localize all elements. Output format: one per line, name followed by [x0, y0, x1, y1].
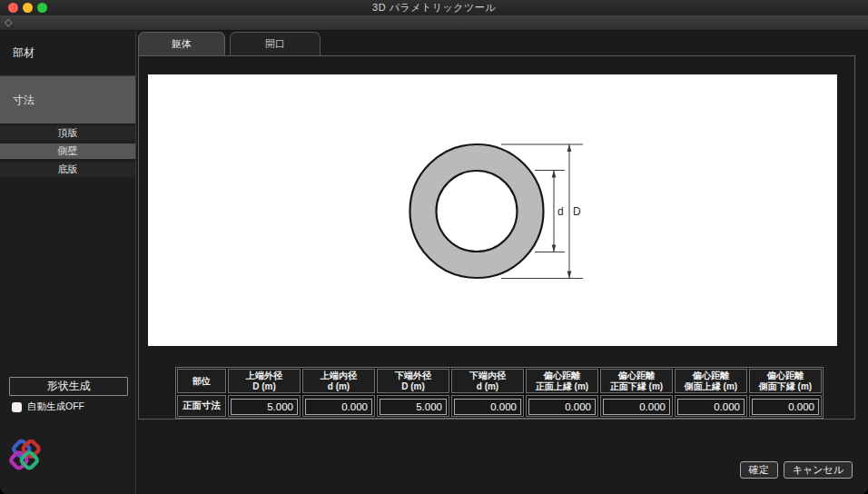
header-eccentric-front-bottom: 偏心距離正面下縁 (m) [600, 369, 673, 393]
main-area: 躯体 開口 [137, 31, 868, 494]
tab-opening[interactable]: 開口 [230, 32, 321, 55]
sidebar: 部材 寸法 頂版 側壁 底版 形状生成 自動生成OFF [0, 31, 136, 494]
header-eccentric-side-bottom: 偏心距離側面下縁 (m) [749, 369, 822, 393]
cancel-button[interactable]: キャンセル [784, 461, 853, 479]
input-eccentric-front-top[interactable] [528, 399, 596, 415]
title-bar: 3D パラメトリックツール [0, 0, 868, 15]
table-header-row: 部位 上端外径D (m) 上端内径d (m) 下端外径D (m) 下端内径d (… [177, 369, 822, 393]
header-bottom-outer-diameter: 下端外径D (m) [377, 369, 449, 393]
sidebar-section-dimensions[interactable]: 寸法 [0, 76, 135, 124]
diamond-icon[interactable]: ◇ [5, 16, 12, 28]
row-label-front-dimensions: 正面寸法 [177, 395, 226, 417]
sidebar-section-dimensions-label: 寸法 [13, 93, 35, 108]
sidebar-section-parts-label: 部材 [13, 45, 35, 61]
sidebar-item-side-wall[interactable]: 側壁 [0, 143, 135, 159]
header-part: 部位 [177, 369, 226, 393]
table-value-row: 正面寸法 [177, 395, 822, 417]
input-bottom-inner-diameter[interactable] [454, 399, 521, 415]
shape-generate-button[interactable]: 形状生成 [9, 377, 128, 396]
drawing-canvas: d D [148, 74, 837, 346]
input-eccentric-side-top[interactable] [677, 399, 745, 415]
header-bottom-inner-diameter: 下端内径d (m) [451, 369, 524, 393]
inner-circle [437, 171, 518, 252]
input-bottom-outer-diameter[interactable] [380, 399, 447, 415]
auto-generate-checkbox[interactable] [12, 402, 22, 412]
header-top-outer-diameter: 上端外径D (m) [228, 369, 301, 393]
ring-diagram: d D [148, 74, 837, 346]
input-eccentric-side-bottom[interactable] [752, 399, 819, 415]
dimension-label-d: d [557, 205, 564, 218]
sidebar-section-parts[interactable]: 部材 [0, 31, 135, 76]
dimension-table: 部位 上端外径D (m) 上端内径d (m) 下端外径D (m) 下端内径d (… [175, 367, 824, 419]
tab-body[interactable]: 躯体 [138, 32, 225, 55]
sidebar-item-bottom-slab[interactable]: 底版 [0, 162, 135, 177]
app-window: 3D パラメトリックツール ◇ 部材 寸法 頂版 側壁 底版 形状生成 自動生成… [0, 0, 868, 494]
sidebar-item-top-slab[interactable]: 頂版 [0, 125, 135, 141]
confirm-button[interactable]: 確定 [740, 461, 778, 479]
app-logo-icon [8, 440, 43, 477]
input-top-inner-diameter[interactable] [305, 399, 372, 415]
input-top-outer-diameter[interactable] [231, 399, 298, 415]
window-title: 3D パラメトリックツール [0, 0, 868, 15]
toolbar: ◇ [0, 15, 868, 31]
auto-generate-label: 自動生成OFF [27, 400, 84, 413]
tab-bar: 躯体 開口 [138, 32, 321, 55]
dimension-label-D: D [573, 205, 581, 218]
header-eccentric-front-top: 偏心距離正面上縁 (m) [526, 369, 598, 393]
input-eccentric-front-bottom[interactable] [603, 399, 670, 415]
header-eccentric-side-top: 偏心距離側面上縁 (m) [675, 369, 747, 393]
header-top-inner-diameter: 上端内径d (m) [302, 369, 375, 393]
tab-page-frame: d D 部位 上端外径D (m) 上端内径d (m) [138, 55, 855, 420]
